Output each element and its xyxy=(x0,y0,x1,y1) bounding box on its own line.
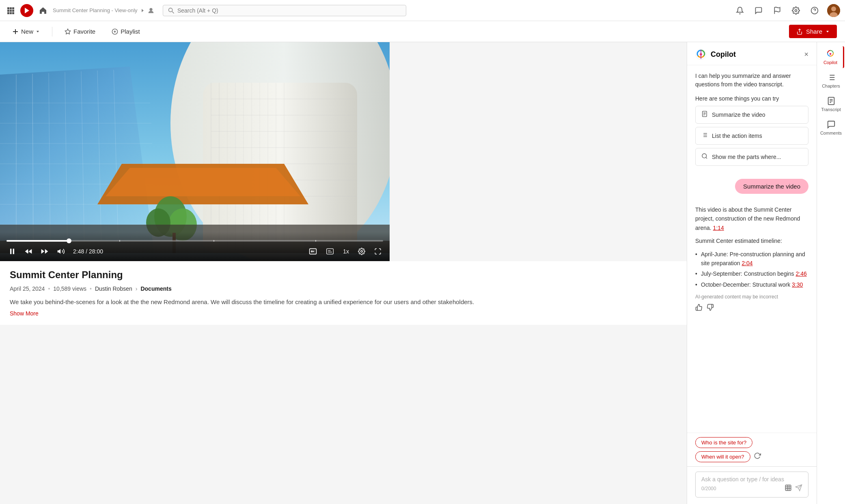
refresh-chips-button[interactable] xyxy=(754,452,761,461)
page-title: Summit Center Planning - View-only xyxy=(53,7,155,14)
copilot-header: Copilot × xyxy=(687,42,817,65)
share-button[interactable]: Share xyxy=(789,25,837,38)
progress-handle[interactable] xyxy=(67,238,71,243)
fullscreen-button[interactable] xyxy=(373,246,383,257)
svg-line-12 xyxy=(172,11,174,13)
svg-rect-69 xyxy=(13,249,14,254)
side-icon-copilot[interactable]: Copilot xyxy=(818,46,844,68)
search-input[interactable] xyxy=(177,7,401,14)
app-logo[interactable] xyxy=(20,4,33,17)
speed-button[interactable]: 1x xyxy=(341,247,351,256)
chip-site-for[interactable]: Who is the site for? xyxy=(695,437,752,448)
side-icon-copilot-label: Copilot xyxy=(823,60,837,65)
show-more-button[interactable]: Show More xyxy=(10,310,39,317)
side-icons-panel: Copilot Chapters Transcript xyxy=(817,42,845,504)
video-author: Dustin Robsen xyxy=(95,285,132,292)
copilot-intro-text: I can help you summarize and answer ques… xyxy=(695,72,808,89)
timeline-item-1: April-June: Pre-construction planning an… xyxy=(695,250,808,268)
grid-icon[interactable] xyxy=(5,5,16,16)
svg-rect-0 xyxy=(7,7,9,9)
svg-marker-61 xyxy=(106,168,300,196)
timeline-label: Summit Center estimated timeline: xyxy=(695,236,808,245)
side-icon-comments[interactable]: Comments xyxy=(818,117,844,139)
svg-point-11 xyxy=(168,8,172,11)
suggestion-summarize[interactable]: Summarize the video xyxy=(695,106,808,124)
user-bubble-row: Summarize the video xyxy=(695,172,808,199)
play-pause-button[interactable] xyxy=(6,246,18,257)
timestamp-3-30[interactable]: 3:30 xyxy=(792,281,803,288)
copilot-logo-icon xyxy=(695,49,707,60)
suggestion-parts[interactable]: Show me the parts where... xyxy=(695,148,808,166)
input-placeholder: Ask a question or type / for ideas xyxy=(701,476,802,483)
video-info: Summit Center Planning April 25, 2024 • … xyxy=(0,261,687,325)
search-icon xyxy=(701,153,708,161)
svg-point-13 xyxy=(795,9,797,11)
copilot-input-box[interactable]: Ask a question or type / for ideas 0/200… xyxy=(695,472,808,498)
svg-rect-5 xyxy=(12,10,14,12)
copilot-body: I can help you summarize and answer ques… xyxy=(687,65,817,433)
ai-disclaimer: AI-generated content may be incorrect xyxy=(695,294,808,300)
top-navigation: Summit Center Planning - View-only xyxy=(0,0,845,21)
notifications-icon[interactable] xyxy=(734,4,746,17)
timestamp-1[interactable]: 1:14 xyxy=(713,225,724,231)
playlist-button[interactable]: Playlist xyxy=(108,26,144,37)
nav-actions xyxy=(734,4,840,17)
svg-rect-2 xyxy=(12,7,14,9)
thumbs-down-button[interactable] xyxy=(707,304,714,313)
side-icon-transcript-label: Transcript xyxy=(821,107,841,112)
send-button[interactable] xyxy=(795,484,802,493)
rewind-button[interactable]: 15 xyxy=(23,246,34,257)
progress-fill xyxy=(6,240,69,242)
svg-point-73 xyxy=(311,251,313,252)
chip-when-open[interactable]: When will it open? xyxy=(695,451,750,462)
suggestion-chips: Who is the site for? When will it open? xyxy=(687,433,817,466)
svg-rect-6 xyxy=(7,12,9,14)
svg-rect-3 xyxy=(7,10,9,12)
settings-icon[interactable] xyxy=(790,4,802,17)
settings-button[interactable] xyxy=(356,246,367,257)
title-text: Summit Center Planning - View-only xyxy=(53,7,138,13)
chapters-icon xyxy=(827,73,836,82)
search-bar[interactable] xyxy=(163,5,406,16)
suggestion-action-items[interactable]: List the action items xyxy=(695,127,808,145)
response-intro: This video is about the Summit Center pr… xyxy=(695,205,808,232)
transcript-icon xyxy=(827,97,836,105)
timeline-item-2: July-September: Construction begins 2:46 xyxy=(695,269,808,278)
video-controls: 15 2:48 / 28:00 xyxy=(0,232,390,261)
new-button[interactable]: New xyxy=(8,26,44,37)
volume-button[interactable] xyxy=(55,246,67,257)
progress-bar[interactable] xyxy=(6,240,383,242)
right-controls: 1x xyxy=(307,246,383,257)
svg-rect-74 xyxy=(327,249,334,254)
copilot-title: Copilot xyxy=(695,49,736,60)
feedback-row xyxy=(695,304,808,313)
svg-point-16 xyxy=(831,6,836,11)
timestamp-2-04[interactable]: 2:04 xyxy=(742,260,752,266)
thumbs-up-button[interactable] xyxy=(695,304,703,313)
chapter-marker xyxy=(315,240,316,242)
flag-icon[interactable] xyxy=(771,4,783,17)
help-icon[interactable] xyxy=(808,4,821,17)
toolbar: New Favorite Playlist Share xyxy=(0,21,845,42)
copilot-input-area: Ask a question or type / for ideas 0/200… xyxy=(687,466,817,504)
timestamp-2-46[interactable]: 2:46 xyxy=(795,270,806,277)
attach-button[interactable] xyxy=(785,484,792,493)
char-count: 0/2000 xyxy=(701,484,802,493)
copilot-close-button[interactable]: × xyxy=(804,50,808,59)
user-bubble: Summarize the video xyxy=(735,179,808,194)
home-icon[interactable] xyxy=(37,5,49,16)
side-icon-chapters[interactable]: Chapters xyxy=(818,70,844,92)
video-player[interactable]: 15 2:48 / 28:00 xyxy=(0,42,390,261)
chat-icon[interactable] xyxy=(752,4,765,17)
side-icon-transcript[interactable]: Transcript xyxy=(818,93,844,115)
favorite-button[interactable]: Favorite xyxy=(60,26,99,37)
user-avatar[interactable] xyxy=(827,4,840,17)
svg-point-79 xyxy=(700,53,702,56)
forward-button[interactable] xyxy=(39,246,50,257)
captions-button[interactable] xyxy=(307,246,319,257)
copilot-response: This video is about the Summit Center pr… xyxy=(695,205,808,289)
document-icon xyxy=(701,111,708,119)
subtitles-button[interactable] xyxy=(324,246,336,257)
video-location[interactable]: Documents xyxy=(140,285,171,292)
timeline-item-3: October-December: Structural work 3:30 xyxy=(695,280,808,289)
